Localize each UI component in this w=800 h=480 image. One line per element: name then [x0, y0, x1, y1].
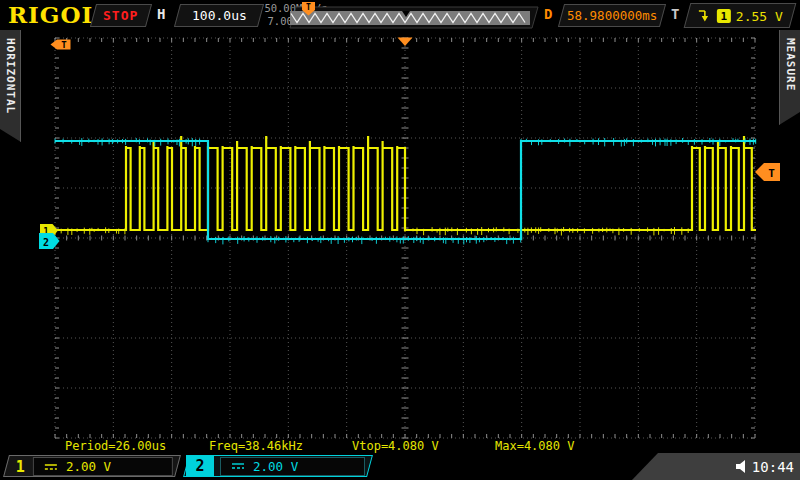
- tab-measure-menu[interactable]: MEASURE: [779, 30, 800, 125]
- delay-badge[interactable]: 58.9800000ms: [558, 4, 666, 27]
- trigger-source-channel: 1: [717, 9, 731, 23]
- measurement-max: Max=4.080 V: [495, 439, 574, 453]
- svg-text:2: 2: [43, 237, 49, 248]
- waveform-traces: [55, 136, 756, 245]
- run-status-badge[interactable]: STOP: [90, 4, 152, 27]
- measurement-vtop: Vtop=4.080 V: [352, 439, 439, 453]
- timebase-badge[interactable]: 100.0us: [174, 4, 264, 27]
- channel1-number: 1: [7, 457, 25, 475]
- channel-status-bar: 1 2.00 V 2: [0, 453, 800, 480]
- delay-label: D: [544, 6, 552, 22]
- trigger-position-triangle: [398, 38, 413, 47]
- channel2-number-cell: 2: [186, 455, 214, 477]
- trigger-label: T: [671, 6, 679, 22]
- system-time: 10:44: [752, 459, 794, 475]
- memory-bar-track: [290, 11, 530, 25]
- svg-text:T: T: [306, 3, 311, 12]
- timebase-value: 100.0us: [192, 8, 247, 23]
- dc-coupling-icon: [231, 461, 245, 471]
- tab-horizontal-label: HORIZONTAL: [4, 38, 17, 114]
- channel1-badge[interactable]: 1 2.00 V: [3, 455, 181, 477]
- falling-edge-icon: [697, 7, 712, 25]
- measurement-period: Period=26.00us: [65, 439, 166, 453]
- trigger-level-value: 2.55 V: [736, 8, 783, 23]
- dc-coupling-icon: [44, 461, 58, 471]
- memory-position-bar[interactable]: T: [284, 1, 540, 29]
- tab-horizontal-menu[interactable]: HORIZONTAL: [0, 30, 21, 142]
- rigol-logo: RIGOL: [8, 1, 99, 28]
- run-status-text: STOP: [103, 8, 138, 23]
- top-status-bar: RIGOL STOP H 100.0us 50.00MSa/s 7.00M pt…: [0, 0, 800, 30]
- channel2-number: 2: [195, 457, 204, 475]
- measurement-freq: Freq=38.46kHz: [209, 439, 303, 453]
- channel2-badge[interactable]: 2 2.00 V: [183, 455, 373, 477]
- channel2-scale: 2.00 V: [253, 459, 298, 474]
- channel2-scale-box: 2.00 V: [220, 457, 365, 476]
- system-time-area: 10:44: [632, 453, 800, 480]
- waveform-display: TT12: [0, 0, 800, 480]
- trigger-settings-badge[interactable]: 1 2.55 V: [684, 3, 797, 28]
- horizontal-scale-label: H: [157, 6, 165, 22]
- speaker-icon: [736, 460, 748, 473]
- svg-text:T: T: [768, 167, 775, 180]
- channel1-scale-box: 2.00 V: [33, 457, 173, 476]
- channel1-scale: 2.00 V: [66, 459, 111, 474]
- delay-value: 58.9800000ms: [567, 8, 657, 23]
- svg-text:T: T: [61, 40, 67, 50]
- oscilloscope-screen: TT12 RIGOL STOP H 100.0us 50.00MSa/s 7.0…: [0, 0, 800, 480]
- tab-measure-label: MEASURE: [784, 38, 797, 91]
